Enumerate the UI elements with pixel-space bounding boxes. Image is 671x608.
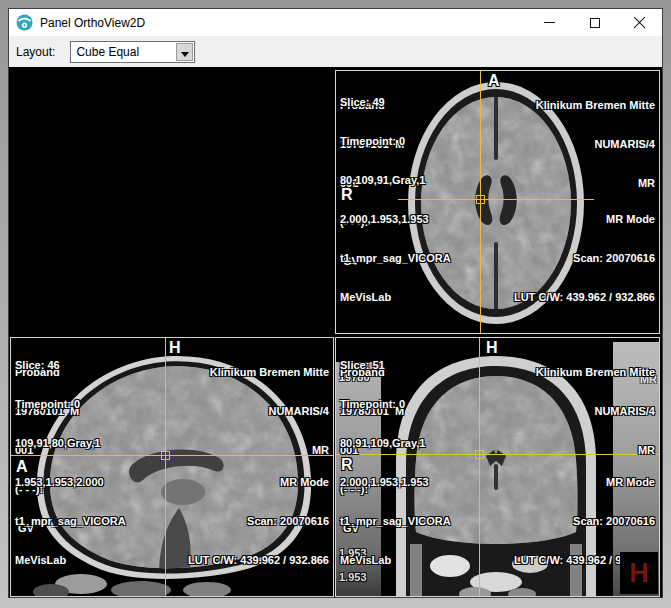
scan-date: Scan: 20070616 bbox=[514, 252, 655, 265]
scanner-software: NUMARIS/4 bbox=[536, 405, 655, 418]
scan-date: Scan: 20070616 bbox=[188, 515, 329, 528]
crosshair-vertical[interactable] bbox=[479, 338, 480, 596]
status-block: Slice: 46 Timepoint: 0 109,91,80,Gray,1 … bbox=[15, 337, 126, 593]
info-block: MR Mode Scan: 20070616 LUT C/W: 439.962 … bbox=[514, 187, 655, 330]
slice-number: Slice: 51 bbox=[340, 359, 451, 372]
close-button[interactable] bbox=[617, 9, 662, 36]
layout-label: Layout: bbox=[16, 45, 55, 59]
close-icon bbox=[633, 16, 646, 29]
institution: Klinikum Bremen Mitte bbox=[210, 366, 329, 379]
scan-date: Scan: 20070616 bbox=[514, 515, 655, 528]
chevron-down-icon bbox=[181, 52, 189, 61]
sequence-name: t1_mpr_sag_VICORA bbox=[340, 252, 451, 265]
institution: Klinikum Bremen Mitte bbox=[536, 366, 655, 379]
software-name: MeVisLab bbox=[340, 291, 451, 304]
layout-dropdown-arrow-button[interactable] bbox=[176, 43, 193, 61]
scanner-software: NUMARIS/4 bbox=[210, 405, 329, 418]
desktop-background: Panel OrthoView2D Layout: Cube Equal bbox=[0, 0, 671, 608]
timepoint: Timepoint: 0 bbox=[340, 398, 451, 411]
voxel-spacing: 2.000,1.953,1.953 bbox=[340, 476, 451, 489]
minimize-button[interactable] bbox=[527, 9, 572, 36]
slice-number: Slice: 49 bbox=[340, 96, 451, 109]
orientation-label-head: H bbox=[486, 340, 498, 356]
timepoint: Timepoint: 0 bbox=[340, 135, 451, 148]
lut-values: LUT C/W: 439.962 / 932.866 bbox=[188, 554, 329, 567]
viewport-grid: Proband 19780101 M 001 (- - -): GV A Kli… bbox=[9, 67, 662, 597]
voxel-spacing: 1.953,1.953,2.000 bbox=[15, 476, 126, 489]
lut-values: LUT C/W: 439.962 / 932.866 bbox=[514, 291, 655, 304]
layout-dropdown-value: Cube Equal bbox=[76, 45, 139, 59]
software-name: MeVisLab bbox=[340, 554, 451, 567]
app-icon bbox=[16, 14, 33, 31]
render-artifact-box: H bbox=[620, 552, 658, 594]
crosshair-center[interactable] bbox=[161, 451, 170, 460]
viewport-sagittal[interactable]: Proband 19780101 M 001 (- - -): GV H Kli… bbox=[10, 337, 334, 597]
maximize-icon bbox=[590, 18, 600, 28]
voxel-position: 80,91,109,Gray,1 bbox=[340, 437, 451, 450]
window-controls bbox=[527, 9, 662, 36]
orientation-label-anterior: A bbox=[488, 73, 500, 89]
crosshair-center[interactable] bbox=[476, 195, 485, 204]
title-bar[interactable]: Panel OrthoView2D bbox=[9, 9, 662, 36]
mode-label: MR Mode bbox=[514, 476, 655, 489]
orientation-label-head: H bbox=[169, 340, 181, 356]
scanner-software: NUMARIS/4 bbox=[536, 138, 655, 151]
viewport-coronal[interactable]: Proband 19780101 M 001 (- - -): GV 19780… bbox=[335, 337, 660, 597]
minimize-icon bbox=[544, 22, 555, 23]
app-window: Panel OrthoView2D Layout: Cube Equal bbox=[8, 8, 663, 598]
info-block: MR Mode Scan: 20070616 LUT C/W: 439.962 … bbox=[188, 450, 329, 593]
institution: Klinikum Bremen Mitte bbox=[536, 99, 655, 112]
voxel-position: 109,91,80,Gray,1 bbox=[15, 437, 126, 450]
mode-label: MR Mode bbox=[514, 213, 655, 226]
sequence-name: t1_mpr_sag_VICORA bbox=[15, 515, 126, 528]
software-name: MeVisLab bbox=[15, 554, 126, 567]
viewport-axial[interactable]: Proband 19780101 M 001 (- - -): GV A Kli… bbox=[335, 70, 660, 334]
status-block: Slice: 49 Timepoint: 0 80,109,91,Gray,1 … bbox=[340, 70, 451, 330]
window-title: Panel OrthoView2D bbox=[40, 16, 145, 30]
slice-number: Slice: 46 bbox=[15, 359, 126, 372]
viewport-empty[interactable] bbox=[10, 70, 334, 334]
voxel-position: 80,109,91,Gray,1 bbox=[340, 174, 451, 187]
render-artifact-letter: H bbox=[629, 558, 649, 589]
crosshair-center[interactable] bbox=[475, 450, 484, 459]
voxel-spacing: 2.000,1.953,1.953 bbox=[340, 213, 451, 226]
maximize-button[interactable] bbox=[572, 9, 617, 36]
mode-label: MR Mode bbox=[188, 476, 329, 489]
timepoint: Timepoint: 0 bbox=[15, 398, 126, 411]
status-block: Slice: 51 Timepoint: 0 80,91,109,Gray,1 … bbox=[340, 337, 451, 593]
sequence-name: t1_mpr_sag_VICORA bbox=[340, 515, 451, 528]
crosshair-vertical[interactable] bbox=[165, 338, 166, 596]
toolbar: Layout: Cube Equal bbox=[9, 36, 662, 67]
layout-dropdown[interactable]: Cube Equal bbox=[70, 41, 195, 63]
